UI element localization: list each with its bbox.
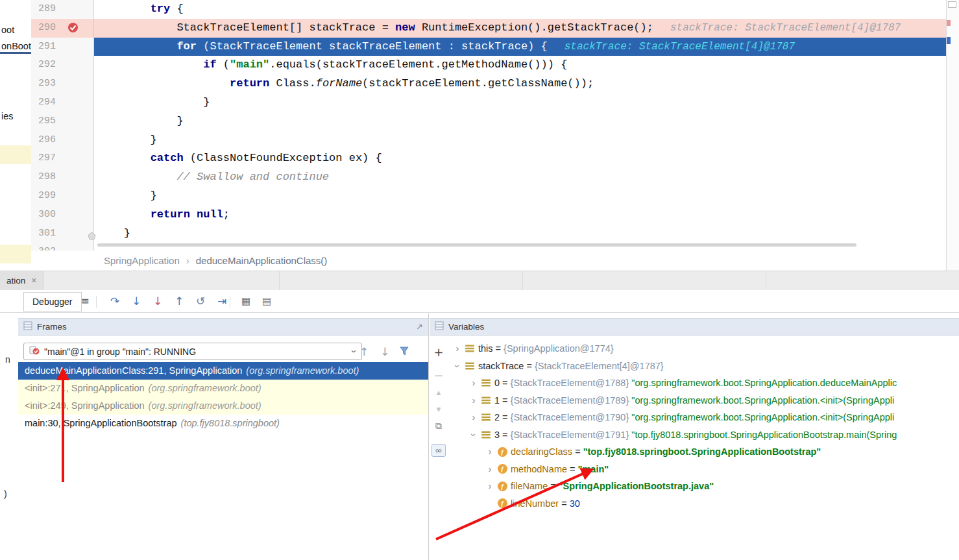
expanded-chevron-icon[interactable]: › xyxy=(465,430,483,440)
sidebar-item-fragment[interactable]: ies xyxy=(1,111,14,121)
step-over-button[interactable]: ↷ xyxy=(106,293,123,310)
collapsed-chevron-icon[interactable]: › xyxy=(485,461,495,478)
variable-row[interactable]: ›3 = {StackTraceElement@1791} "top.fjy80… xyxy=(448,426,959,444)
view-breakpoints-button[interactable]: ▦ xyxy=(237,293,254,310)
frame-row[interactable]: deduceMainApplicationClass:291, SpringAp… xyxy=(18,362,428,380)
gutter[interactable]: 300 xyxy=(31,206,94,225)
force-step-into-button[interactable]: ↓ xyxy=(149,293,166,310)
gutter[interactable]: 293 xyxy=(31,75,94,93)
gutter[interactable]: 291 xyxy=(31,38,94,56)
code-line: 292 if ("main".equals(stackTraceElement.… xyxy=(31,56,946,75)
step-out-button[interactable]: ↑ xyxy=(171,293,188,310)
gutter[interactable]: 297 xyxy=(31,149,94,168)
equals-sign: = xyxy=(572,443,583,461)
gutter[interactable]: 295 xyxy=(31,112,94,131)
gutter[interactable]: 301 xyxy=(31,225,94,243)
collapsed-chevron-icon[interactable]: › xyxy=(468,409,479,426)
code-text[interactable]: StackTraceElement[] stackTrace = new Run… xyxy=(94,19,946,38)
value-icon xyxy=(464,345,476,352)
code-text[interactable]: } xyxy=(94,131,946,150)
hide-frames-filter-button[interactable] xyxy=(396,344,413,359)
scrollbar-button[interactable] xyxy=(948,1,956,8)
code-line: 297 catch (ClassNotFoundException ex) { xyxy=(31,149,946,168)
debugger-toolbar: Debugger ≡↷↓↓↑↺⇥▦▤ xyxy=(0,290,959,313)
line-number: 293 xyxy=(31,75,56,93)
code-text[interactable]: if ("main".equals(stackTraceElement.getM… xyxy=(94,56,946,75)
variable-row[interactable]: ›ffileName = "SpringApplicationBootstrap… xyxy=(448,478,959,495)
variable-row[interactable]: ›1 = {StackTraceElement@1789} "org.sprin… xyxy=(448,392,959,409)
variable-row[interactable]: ›2 = {StackTraceElement@1790} "org.sprin… xyxy=(448,409,959,426)
thread-selector[interactable]: "main"@1 in group "main": RUNNING › xyxy=(23,343,362,360)
code-text[interactable]: catch (ClassNotFoundException ex) { xyxy=(94,149,946,168)
code-text[interactable]: } xyxy=(94,112,946,131)
run-to-cursor-button[interactable]: ⇥ xyxy=(213,293,230,310)
line-number: 298 xyxy=(31,168,56,187)
gutter[interactable]: 289 xyxy=(31,0,94,19)
watch-return-values-button[interactable]: ∞ xyxy=(431,444,446,457)
add-button[interactable]: + xyxy=(430,345,448,359)
horizontal-scrollbar[interactable] xyxy=(97,243,856,247)
gutter[interactable]: 302 xyxy=(31,243,94,250)
variable-row[interactable]: ›stackTrace = {StackTraceElement[4]@1787… xyxy=(448,358,959,375)
layout-settings-button[interactable]: ▤ xyxy=(258,293,275,310)
gutter[interactable]: 298 xyxy=(31,168,94,187)
variable-row[interactable]: ›fmethodName = "main" xyxy=(448,461,959,478)
expanded-chevron-icon[interactable]: › xyxy=(449,361,467,371)
variable-row[interactable]: flineNumber = 30 xyxy=(448,495,959,513)
variable-name: fileName xyxy=(511,478,548,495)
code-segment: forName xyxy=(316,77,362,90)
collapsed-chevron-icon[interactable]: › xyxy=(485,478,495,495)
gutter[interactable]: 290 xyxy=(31,19,94,38)
frame-row[interactable]: main:30, SpringApplicationBootstrap(top.… xyxy=(18,415,428,432)
collapsed-chevron-icon[interactable]: › xyxy=(452,340,463,358)
variable-row[interactable]: ›this = {SpringApplication@1774} xyxy=(448,340,959,358)
popout-icon[interactable]: ↗ xyxy=(416,322,423,332)
gutter[interactable]: 292 xyxy=(31,56,94,75)
code-editor[interactable]: 289 try {290 StackTraceElement[] stackTr… xyxy=(31,0,946,250)
remove-button[interactable]: − xyxy=(430,369,448,382)
drop-frame-button[interactable]: ↺ xyxy=(192,293,209,310)
breadcrumb-method[interactable]: deduceMainApplicationClass() xyxy=(196,255,328,266)
previous-frame-button[interactable]: ↑ xyxy=(356,344,372,359)
code-text[interactable]: return Class.forName(stackTraceElement.g… xyxy=(94,75,946,93)
panel-divider[interactable] xyxy=(428,313,429,560)
code-text[interactable]: } xyxy=(94,187,946,206)
line-number: 299 xyxy=(31,187,56,206)
threads-menu-button[interactable]: ≡ xyxy=(77,293,93,310)
error-stripe-caret-mark[interactable] xyxy=(947,37,951,44)
breadcrumb-class[interactable]: SpringApplication xyxy=(104,255,180,266)
code-segment: if xyxy=(203,58,216,71)
variable-row[interactable]: ›fdeclaringClass = "top.fjy8018.springbo… xyxy=(448,443,959,461)
code-text[interactable]: } xyxy=(94,225,946,243)
variables-panel-header: Variables xyxy=(430,318,959,335)
step-into-button[interactable]: ↓ xyxy=(128,293,145,310)
gutter[interactable]: 294 xyxy=(31,93,94,112)
collapsed-chevron-icon[interactable]: › xyxy=(468,374,479,392)
gutter[interactable]: 296 xyxy=(31,131,94,150)
collapsed-chevron-icon[interactable]: › xyxy=(468,392,479,409)
debug-session-tab[interactable]: ation× xyxy=(0,271,43,291)
variable-row[interactable]: ›0 = {StackTraceElement@1788} "org.sprin… xyxy=(448,374,959,392)
variable-string-value: "top.fjy8018.springboot.SpringApplicatio… xyxy=(631,426,897,444)
code-text[interactable]: try { xyxy=(94,0,946,19)
move-down-button[interactable]: ▼ xyxy=(430,406,448,413)
tab-debugger[interactable]: Debugger xyxy=(23,292,82,311)
code-text[interactable]: return null; xyxy=(94,206,946,225)
frame-row[interactable]: <init>:249, SpringApplication(org.spring… xyxy=(18,397,428,415)
code-text[interactable]: // Swallow and continue xyxy=(94,168,946,187)
frames-panel-title: Frames xyxy=(37,322,67,332)
move-up-button[interactable]: ▲ xyxy=(430,389,448,396)
variable-reference: {StackTraceElement@1791} xyxy=(511,426,632,444)
variable-string-value: "org.springframework.boot.SpringApplicat… xyxy=(631,392,894,409)
code-text[interactable]: } xyxy=(94,93,946,112)
copy-button[interactable]: ⧉ xyxy=(430,420,448,432)
code-text[interactable]: for (StackTraceElement stackTraceElement… xyxy=(94,38,946,56)
sidebar-item-fragment[interactable]: oot xyxy=(1,25,14,35)
sidebar-item-fragment[interactable]: onBoot xyxy=(1,41,31,51)
frame-row[interactable]: <init>:271, SpringApplication(org.spring… xyxy=(18,380,428,397)
next-frame-button[interactable]: ↓ xyxy=(376,344,393,359)
error-stripe-breakpoint-mark[interactable] xyxy=(947,20,951,26)
gutter[interactable]: 299 xyxy=(31,187,94,206)
collapsed-chevron-icon[interactable]: › xyxy=(485,443,495,461)
close-icon[interactable]: × xyxy=(31,275,36,286)
